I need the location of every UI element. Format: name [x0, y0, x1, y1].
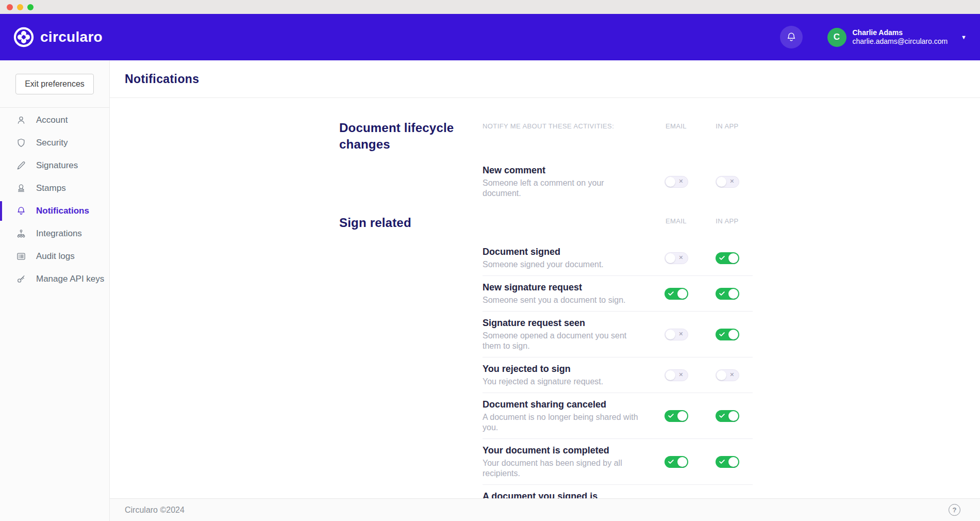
sitemap-icon — [15, 228, 27, 239]
sidebar-item-label: Manage API keys — [36, 274, 104, 284]
preferences-content: Document lifecycle changes NOTIFY ME ABO… — [110, 98, 980, 498]
check-icon — [719, 332, 725, 337]
email-toggle-off[interactable]: ✕ — [665, 252, 688, 264]
pref-title: Document signed — [483, 246, 638, 257]
sidebar-item-label: Account — [36, 115, 68, 125]
email-toggle-off[interactable]: ✕ — [665, 369, 688, 381]
sidebar-item-signatures[interactable]: Signatures — [0, 154, 109, 177]
toggle-knob — [728, 457, 738, 467]
pref-title: New comment — [483, 165, 638, 176]
brand-name: circularo — [40, 29, 103, 45]
pref-description: You rejected a signature request. — [483, 377, 638, 387]
inapp-toggle-on[interactable]: ✕ — [716, 410, 739, 422]
section-columns-header: EMAIL IN APP — [483, 215, 753, 227]
sidebar-item-audit-logs[interactable]: Audit logs — [0, 245, 109, 268]
x-icon: ✕ — [678, 178, 683, 184]
sidebar-item-security[interactable]: Security — [0, 132, 109, 154]
toggle-knob — [666, 370, 675, 380]
inapp-toggle-on[interactable]: ✕ — [716, 329, 739, 340]
toggle-knob — [677, 411, 687, 421]
toggle-knob — [666, 177, 675, 187]
email-toggle-off[interactable]: ✕ — [665, 329, 688, 340]
inapp-column-header: IN APP — [716, 122, 738, 130]
list-icon — [15, 251, 27, 262]
pref-row-you-rejected-to-sign: You rejected to sign You rejected a sign… — [483, 357, 753, 393]
pref-row-document-signed: Document signed Someone signed your docu… — [483, 240, 753, 276]
section-heading: Document lifecycle changes — [339, 120, 483, 204]
page-title: Notifications — [125, 72, 199, 86]
toggle-knob — [728, 330, 738, 339]
sidebar-item-label: Integrations — [36, 229, 82, 239]
pref-description: Someone signed your document. — [483, 259, 638, 270]
check-icon — [719, 460, 725, 464]
email-column-header: EMAIL — [666, 217, 687, 225]
email-toggle-off[interactable]: ✕ — [665, 176, 688, 188]
toggle-knob — [666, 253, 675, 263]
preferences-section: Sign related EMAIL IN APP Document signe… — [339, 215, 753, 498]
help-button[interactable]: ? — [949, 504, 960, 516]
notifications-bell-button[interactable] — [780, 26, 803, 48]
pref-row-document-sharing-canceled: Document sharing canceled A document is … — [483, 393, 753, 439]
sidebar-item-notifications[interactable]: Notifications — [0, 200, 109, 222]
inapp-toggle-on[interactable]: ✕ — [716, 456, 739, 468]
user-menu[interactable]: C Charlie Adams charlie.adams@circularo.… — [827, 28, 967, 47]
user-email: charlie.adams@circularo.com — [853, 37, 948, 46]
check-icon — [668, 460, 674, 464]
email-toggle-on[interactable]: ✕ — [665, 410, 688, 422]
sidebar-item-manage-api-keys[interactable]: Manage API keys — [0, 268, 109, 290]
x-icon: ✕ — [729, 178, 734, 184]
toggle-knob — [666, 330, 675, 339]
pref-title: You rejected to sign — [483, 363, 638, 375]
section-heading: Sign related — [339, 215, 483, 498]
inapp-toggle-on[interactable]: ✕ — [716, 252, 739, 264]
toggle-knob — [717, 370, 726, 380]
x-icon: ✕ — [729, 372, 734, 378]
pref-title: Document sharing canceled — [483, 399, 638, 410]
email-toggle-on[interactable]: ✕ — [665, 288, 688, 300]
pref-row-signature-request-seen: Signature request seen Someone opened a … — [483, 312, 753, 357]
toggle-knob — [677, 457, 687, 467]
pref-row-new-comment: New comment Someone left a comment on yo… — [483, 159, 753, 204]
check-icon — [668, 291, 674, 296]
pref-row-new-signature-request: New signature request Someone sent you a… — [483, 276, 753, 312]
toggle-knob — [677, 289, 687, 299]
check-icon — [719, 291, 725, 296]
inapp-toggle-off[interactable]: ✕ — [716, 176, 739, 188]
copyright-text: Circularo ©2024 — [125, 506, 185, 515]
exit-preferences-button[interactable]: Exit preferences — [15, 74, 94, 94]
check-icon — [719, 256, 725, 260]
user-icon — [15, 115, 27, 126]
pref-title: New signature request — [483, 282, 638, 293]
toggle-knob — [717, 177, 726, 187]
preferences-sidebar: Exit preferences Account Security Signat… — [0, 60, 110, 521]
sidebar-item-integrations[interactable]: Integrations — [0, 222, 109, 245]
activities-label: NOTIFY ME ABOUT THESE ACTIVITIES: — [483, 122, 651, 130]
shield-icon — [15, 137, 27, 149]
close-window-button[interactable] — [7, 4, 13, 10]
maximize-window-button[interactable] — [27, 4, 34, 10]
sidebar-item-stamps[interactable]: Stamps — [0, 177, 109, 200]
pref-description: Your document has been signed by all rec… — [483, 458, 638, 479]
inapp-toggle-on[interactable]: ✕ — [716, 288, 739, 300]
inapp-toggle-off[interactable]: ✕ — [716, 369, 739, 381]
bell-icon — [786, 31, 797, 43]
stamp-icon — [15, 183, 27, 194]
app-header: circularo C Charlie Adams charlie.adams@… — [0, 14, 980, 60]
main-panel: Notifications Document lifecycle changes… — [110, 60, 980, 521]
chevron-down-icon: ▼ — [961, 34, 967, 40]
sidebar-item-label: Stamps — [36, 183, 66, 193]
window-titlebar — [0, 0, 980, 14]
circularo-logo-icon — [13, 27, 34, 47]
x-icon: ✕ — [678, 255, 683, 260]
sidebar-item-label: Signatures — [36, 160, 78, 171]
brand-logo[interactable]: circularo — [13, 27, 103, 47]
key-icon — [15, 273, 27, 285]
minimize-window-button[interactable] — [17, 4, 23, 10]
user-name: Charlie Adams — [853, 28, 948, 38]
sidebar-item-account[interactable]: Account — [0, 109, 109, 132]
pen-icon — [15, 160, 27, 171]
email-toggle-on[interactable]: ✕ — [665, 456, 688, 468]
pref-row-a-document-you-signed-is-completed: A document you signed is completed A doc… — [483, 485, 753, 498]
inapp-column-header: IN APP — [716, 217, 738, 225]
bell-icon — [15, 205, 27, 217]
